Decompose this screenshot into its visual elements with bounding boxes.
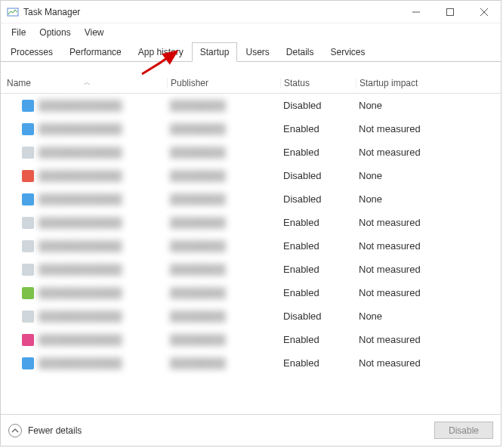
cell-status: Enabled: [280, 334, 356, 345]
cell-publisher-text: ████████: [170, 357, 226, 369]
cell-publisher-text: ████████: [170, 240, 226, 252]
cell-publisher-text: ████████: [170, 217, 226, 228]
cell-impact: Not measured: [356, 287, 446, 298]
cell-status: Enabled: [280, 357, 356, 369]
table-row[interactable]: ████████████████████EnabledNot measured: [1, 281, 501, 304]
cell-impact: None: [356, 170, 446, 181]
cell-status: Disabled: [280, 100, 356, 111]
cell-impact: None: [356, 311, 446, 322]
table-row[interactable]: ████████████████████DisabledNone: [1, 94, 501, 117]
footer: Fewer details Disable: [1, 414, 501, 446]
cell-name-text: ████████████: [39, 217, 122, 228]
cell-impact: Not measured: [356, 264, 446, 275]
tab-startup[interactable]: Startup: [192, 42, 238, 62]
app-row-icon: [22, 193, 34, 205]
cell-publisher-text: ████████: [170, 287, 226, 298]
menu-view[interactable]: View: [79, 25, 110, 40]
cell-status: Enabled: [280, 147, 356, 158]
cell-status: Disabled: [280, 170, 356, 181]
column-header-publisher[interactable]: Publisher: [167, 78, 280, 88]
app-icon: [7, 6, 19, 18]
cell-status: Enabled: [280, 264, 356, 275]
cell-name-text: ████████████: [39, 193, 122, 205]
table-row[interactable]: ████████████████████EnabledNot measured: [1, 234, 501, 258]
minimize-button[interactable]: [399, 1, 433, 23]
app-row-icon: [22, 334, 34, 346]
table-row[interactable]: ████████████████████DisabledNone: [1, 164, 501, 187]
titlebar: Task Manager: [1, 1, 501, 23]
cell-name-text: ████████████: [39, 334, 122, 345]
menu-options[interactable]: Options: [33, 25, 76, 40]
tab-app-history[interactable]: App history: [130, 42, 192, 62]
cell-publisher-text: ████████: [170, 170, 226, 181]
cell-status: Enabled: [280, 217, 356, 228]
table-row[interactable]: ████████████████████EnabledNot measured: [1, 258, 501, 281]
tab-details[interactable]: Details: [278, 42, 322, 62]
column-header-name-label: Name: [7, 78, 31, 88]
tab-strip: Processes Performance App history Startu…: [1, 42, 501, 62]
disable-button[interactable]: Disable: [434, 422, 493, 439]
startup-list: ████████████████████DisabledNone████████…: [1, 94, 501, 414]
cell-publisher-text: ████████: [170, 311, 226, 322]
cell-impact: None: [356, 100, 446, 111]
table-row[interactable]: ████████████████████DisabledNone: [1, 187, 501, 211]
cell-status: Disabled: [280, 311, 356, 322]
cell-publisher-text: ████████: [170, 100, 226, 111]
cell-name-text: ████████████: [39, 100, 122, 111]
chevron-up-icon: [8, 424, 22, 437]
table-row[interactable]: ████████████████████EnabledNot measured: [1, 117, 501, 141]
tab-services[interactable]: Services: [322, 42, 374, 62]
table-row[interactable]: ████████████████████EnabledNot measured: [1, 328, 501, 351]
column-header-impact[interactable]: Startup impact: [356, 78, 446, 88]
svg-rect-0: [8, 8, 18, 16]
svg-rect-2: [446, 8, 453, 15]
cell-status: Enabled: [280, 287, 356, 298]
column-headers: Name ︿ Publisher Status Startup impact: [1, 73, 501, 94]
app-row-icon: [22, 123, 34, 135]
cell-impact: Not measured: [356, 147, 446, 158]
table-row[interactable]: ████████████████████EnabledNot measured: [1, 141, 501, 164]
cell-name-text: ████████████: [39, 170, 122, 181]
cell-status: Enabled: [280, 240, 356, 252]
cell-name-text: ████████████: [39, 147, 122, 158]
cell-publisher-text: ████████: [170, 123, 226, 134]
cell-impact: Not measured: [356, 240, 446, 252]
cell-impact: Not measured: [356, 357, 446, 369]
cell-impact: None: [356, 193, 446, 205]
column-header-status[interactable]: Status: [280, 78, 356, 88]
app-row-icon: [22, 357, 34, 369]
tab-processes[interactable]: Processes: [2, 42, 61, 62]
cell-publisher-text: ████████: [170, 264, 226, 275]
cell-name-text: ████████████: [39, 123, 122, 134]
sort-ascending-icon: ︿: [84, 78, 91, 88]
table-row[interactable]: ████████████████████DisabledNone: [1, 304, 501, 328]
column-header-name[interactable]: Name ︿: [1, 78, 167, 88]
cell-name-text: ████████████: [39, 240, 122, 252]
menu-file[interactable]: File: [5, 25, 32, 40]
cell-name-text: ████████████: [39, 287, 122, 298]
table-row[interactable]: ████████████████████EnabledNot measured: [1, 211, 501, 234]
app-row-icon: [22, 311, 34, 323]
table-row[interactable]: ████████████████████EnabledNot measured: [1, 351, 501, 375]
cell-name-text: ████████████: [39, 357, 122, 369]
tab-performance[interactable]: Performance: [61, 42, 130, 62]
close-button[interactable]: [467, 1, 501, 23]
app-row-icon: [22, 100, 34, 112]
cell-status: Disabled: [280, 193, 356, 205]
window-title: Task Manager: [23, 7, 80, 17]
app-row-icon: [22, 240, 34, 252]
cell-impact: Not measured: [356, 334, 446, 345]
cell-name-text: ████████████: [39, 264, 122, 275]
task-manager-window: Task Manager File Options View Processes…: [0, 0, 501, 446]
cell-impact: Not measured: [356, 217, 446, 228]
cell-status: Enabled: [280, 123, 356, 134]
app-row-icon: [22, 217, 34, 229]
app-row-icon: [22, 170, 34, 182]
tab-users[interactable]: Users: [237, 42, 277, 62]
cell-name-text: ████████████: [39, 311, 122, 322]
fewer-details-button[interactable]: Fewer details: [8, 424, 82, 437]
maximize-button[interactable]: [433, 1, 467, 23]
cell-publisher-text: ████████: [170, 334, 226, 345]
cell-publisher-text: ████████: [170, 193, 226, 205]
cell-impact: Not measured: [356, 123, 446, 134]
